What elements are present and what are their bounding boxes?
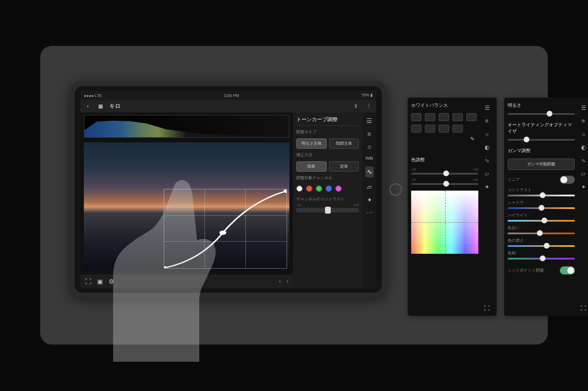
- contrast-slider[interactable]: [508, 195, 575, 196]
- curve-icon[interactable]: ∿: [485, 157, 489, 164]
- channel-g[interactable]: [316, 185, 322, 192]
- svg-point-0: [164, 266, 167, 268]
- expand-icon[interactable]: ⛶: [484, 305, 490, 311]
- wb-preset-3[interactable]: [439, 113, 449, 121]
- saturation-label: 色の濃さ: [508, 238, 575, 243]
- panel-title: トーンカーブ調整: [296, 116, 359, 126]
- wb-preset-9[interactable]: [452, 125, 463, 133]
- sun-icon[interactable]: ☼: [581, 131, 586, 137]
- channel-label: 調整対象チャンネル: [296, 175, 359, 181]
- grid-icon[interactable]: ▦: [96, 102, 105, 110]
- status-left: ●●●● LTE: [84, 94, 102, 98]
- wb-presets: [411, 113, 478, 133]
- status-battery: 76% ▮: [361, 93, 373, 98]
- color-tint-slider[interactable]: [411, 183, 478, 185]
- channel-b[interactable]: [326, 185, 332, 192]
- wb-preset-2[interactable]: [425, 113, 435, 121]
- linear-toggle[interactable]: [560, 176, 575, 184]
- hue-label: 色合い: [508, 225, 575, 231]
- sliders-icon[interactable]: ≡: [485, 118, 489, 124]
- hue2-slider[interactable]: [508, 258, 575, 260]
- midpoint-toggle[interactable]: [560, 266, 575, 274]
- brightness-slider[interactable]: [508, 113, 575, 115]
- canvas-column: ⛶ ▣ ⚙ ‹ ›: [80, 113, 293, 288]
- tool-rail: ☰ ≡ ☼ WB ∿ ▱ ✦ ⋯: [362, 113, 376, 288]
- sliders-icon[interactable]: ≡: [582, 118, 585, 124]
- shadow-slider[interactable]: [508, 207, 575, 209]
- wb-preset-5[interactable]: [466, 113, 477, 121]
- histogram-icon[interactable]: ☰: [485, 104, 490, 111]
- photo-canvas[interactable]: [84, 142, 289, 271]
- wb-preset-7[interactable]: [425, 125, 435, 133]
- histogram-icon[interactable]: ☰: [366, 117, 372, 125]
- sliders-icon[interactable]: ≡: [368, 130, 371, 137]
- file-title: キロ: [109, 102, 121, 110]
- curve-icon[interactable]: ∿: [581, 157, 586, 164]
- ipad-device: ●●●● LTE 3:04 PM 76% ▮ ‹ ▦ キロ ⇪ ⋮: [69, 80, 388, 299]
- camera-icon[interactable]: ▣: [97, 278, 103, 285]
- method-opt-2[interactable]: 逆算: [329, 161, 359, 172]
- histogram-icon[interactable]: ☰: [581, 104, 586, 111]
- wb-icon[interactable]: ◐: [485, 144, 490, 150]
- app-screen: ●●●● LTE 3:04 PM 76% ▮ ‹ ▦ キロ ⇪ ⋮: [80, 91, 376, 288]
- wb-icon[interactable]: ◐: [581, 144, 586, 150]
- wb-preset-8[interactable]: [439, 125, 449, 133]
- prev-icon[interactable]: ‹: [279, 278, 281, 284]
- wb-preset-4[interactable]: [452, 113, 463, 121]
- status-time: 3:04 PM: [224, 94, 239, 98]
- channel-rgb[interactable]: [296, 185, 303, 192]
- eyedropper-icon[interactable]: ✎: [470, 136, 478, 144]
- tone-curve-grid[interactable]: [164, 189, 287, 269]
- fx-icon[interactable]: ✦: [485, 184, 489, 190]
- hue-slider[interactable]: [508, 233, 575, 234]
- saturation-slider[interactable]: [508, 245, 575, 247]
- crop-icon[interactable]: ▱: [581, 171, 586, 177]
- sun-icon[interactable]: ☼: [484, 131, 489, 137]
- alo-title: オートライティングオプティマイザ: [508, 122, 575, 136]
- alo-slider[interactable]: [508, 139, 575, 141]
- expand-icon[interactable]: ⛶: [581, 305, 586, 311]
- crop-icon[interactable]: ▱: [485, 171, 489, 177]
- wb-icon[interactable]: WB: [366, 156, 373, 161]
- home-button[interactable]: [389, 183, 402, 196]
- back-icon[interactable]: ‹: [84, 102, 92, 110]
- method-opt-1[interactable]: 加算: [296, 161, 327, 172]
- promo-stage: ●●●● LTE 3:04 PM 76% ▮ ‹ ▦ キロ ⇪ ⋮: [40, 46, 548, 344]
- color-field[interactable]: [411, 191, 478, 254]
- wb-preset-6[interactable]: [411, 125, 421, 133]
- midpoint-label: ミッドポイント調整: [508, 268, 544, 273]
- color-adjust-title: 色調整: [411, 157, 478, 164]
- channel-m[interactable]: [335, 185, 342, 192]
- fit-icon[interactable]: ⛶: [85, 278, 91, 285]
- contrast-label: チャンネルのコントラスト: [296, 196, 359, 202]
- adjust-type-opt-1[interactable]: 明るさ主体: [296, 138, 327, 149]
- wb-preset-1[interactable]: [411, 113, 421, 121]
- brightness-panel: 明るさ オートライティングオプティマイザ ガンマ調整 ガンマ自動調整 リニア コ…: [504, 98, 588, 316]
- next-icon[interactable]: ›: [287, 278, 288, 284]
- gear-icon[interactable]: ⚙: [109, 278, 114, 285]
- gamma-auto-button[interactable]: ガンマ自動調整: [508, 158, 575, 170]
- contrast-slider[interactable]: [296, 208, 359, 212]
- channel-r[interactable]: [306, 185, 312, 192]
- channel-dots: [296, 184, 359, 193]
- brightness-title: 明るさ: [508, 102, 575, 110]
- fx-icon[interactable]: ✦: [581, 184, 586, 190]
- sun-icon[interactable]: ☼: [366, 143, 372, 150]
- crop-icon[interactable]: ▱: [367, 183, 372, 191]
- tone-curve-panel: トーンカーブ調整 調整タイプ 明るさ主体 階調主体 補正方法 加算 逆算 調整対…: [293, 113, 376, 288]
- highlight-slider[interactable]: [508, 220, 575, 222]
- status-bar: ●●●● LTE 3:04 PM 76% ▮: [80, 91, 376, 100]
- adjust-type-label: 調整タイプ: [296, 129, 359, 135]
- highlight-label: ハイライト: [508, 212, 575, 218]
- svg-point-1: [219, 231, 226, 235]
- color-temp-slider[interactable]: [411, 173, 478, 175]
- share-icon[interactable]: ⇪: [352, 102, 360, 110]
- method-label: 補正方法: [296, 152, 359, 158]
- main-area: ⛶ ▣ ⚙ ‹ › トーンカーブ調整 調整タイプ 明るさ主: [80, 113, 376, 288]
- more-tools-icon[interactable]: ⋯: [366, 210, 373, 217]
- adjust-type-opt-2[interactable]: 階調主体: [329, 138, 359, 149]
- more-icon[interactable]: ⋮: [365, 102, 373, 110]
- histogram[interactable]: [84, 115, 289, 138]
- fx-icon[interactable]: ✦: [367, 196, 372, 204]
- curve-icon[interactable]: ∿: [365, 167, 374, 177]
